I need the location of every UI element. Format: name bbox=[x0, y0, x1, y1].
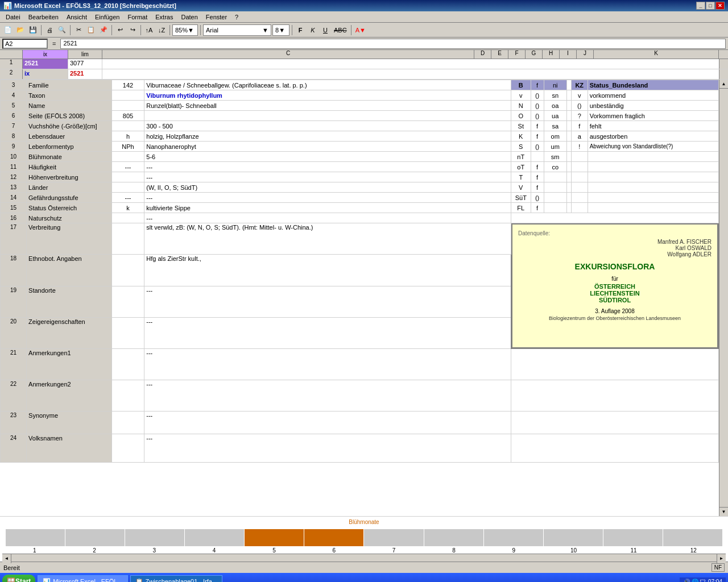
cell-b-fl[interactable]: FL bbox=[511, 203, 531, 213]
cell-familie-label[interactable]: Familie bbox=[27, 80, 112, 90]
cell-anm2-code[interactable] bbox=[111, 380, 144, 411]
menu-einfuegen[interactable]: Einfügen bbox=[92, 13, 123, 22]
cell-vuchs-value[interactable]: 300 - 500 bbox=[144, 121, 511, 131]
cell-hauf-code[interactable]: --- bbox=[111, 162, 144, 172]
menu-format[interactable]: Format bbox=[124, 13, 151, 22]
scroll-down-button[interactable]: ▼ bbox=[719, 507, 728, 516]
vertical-scrollbar[interactable]: ▲ ▼ bbox=[719, 80, 728, 516]
copy-button[interactable]: 📋 bbox=[85, 24, 97, 36]
cell-syn-value[interactable]: --- bbox=[144, 411, 511, 434]
menu-daten[interactable]: Daten bbox=[177, 13, 201, 22]
col-d-header[interactable]: D bbox=[474, 50, 491, 59]
scroll-right-button[interactable]: ► bbox=[717, 554, 726, 563]
cell-taxon-value[interactable]: Viburnum rhytidophyllum bbox=[144, 90, 511, 101]
cell-leben-code[interactable]: h bbox=[111, 131, 144, 142]
cell-vuchs-label[interactable]: Vuchshöhe (-Größe)[cm] bbox=[27, 121, 112, 131]
cell-ethno-label[interactable]: Ethnobot. Angaben bbox=[27, 255, 112, 286]
cell-b-v[interactable]: v bbox=[511, 90, 531, 101]
cell-f-v[interactable]: () bbox=[531, 90, 544, 101]
cell-hohen-code[interactable] bbox=[111, 172, 144, 182]
cell-f-ot[interactable]: f bbox=[531, 162, 544, 172]
menu-fenster[interactable]: Fenster bbox=[202, 13, 230, 22]
paste-button[interactable]: 📌 bbox=[98, 24, 109, 36]
cell-f-t[interactable]: f bbox=[531, 172, 544, 182]
cell-leben-value[interactable]: holzig, Holzpflanze bbox=[144, 131, 511, 142]
cell-ethno-code[interactable] bbox=[111, 255, 144, 286]
cell-vuchs-code[interactable] bbox=[111, 121, 144, 131]
cell-lebenf-label[interactable]: Lebenformentyp bbox=[27, 142, 112, 152]
cell-name-value[interactable]: Runzel(blatt)- Schneeball bbox=[144, 101, 511, 111]
cell-b-ot[interactable]: oT bbox=[511, 162, 531, 172]
menu-ansicht[interactable]: Ansicht bbox=[63, 13, 90, 22]
maximize-button[interactable]: □ bbox=[706, 2, 715, 10]
cell-f-st[interactable]: f bbox=[531, 121, 544, 131]
cell-status-o[interactable]: Vorkommen fraglich bbox=[588, 111, 718, 121]
cell-f-n[interactable]: () bbox=[531, 101, 544, 111]
cell-f-k[interactable]: f bbox=[531, 131, 544, 142]
redo-button[interactable]: ↪ bbox=[127, 24, 138, 36]
col-k-header[interactable]: K bbox=[594, 50, 719, 59]
cell-status-k[interactable]: ausgestorben bbox=[588, 131, 718, 142]
col-a-header[interactable]: ix bbox=[23, 50, 68, 59]
open-button[interactable]: 📂 bbox=[15, 24, 26, 36]
cell-b-sut[interactable]: SüT bbox=[511, 193, 531, 203]
sort-asc-button[interactable]: ↑A bbox=[143, 24, 155, 36]
taskbar-clipboard[interactable]: 📋 Zwischenablage01 - Irfa... bbox=[130, 575, 223, 582]
cell-volk-value[interactable]: --- bbox=[144, 434, 511, 463]
cell-b-o[interactable]: O bbox=[511, 111, 531, 121]
cell-lebenf-value[interactable]: Nanophanerophyt bbox=[144, 142, 511, 152]
col-g-header[interactable]: G bbox=[526, 50, 543, 59]
close-button[interactable]: ✕ bbox=[715, 2, 725, 10]
cell-name-code[interactable] bbox=[111, 101, 144, 111]
cell-verbr-code[interactable] bbox=[111, 223, 144, 255]
cell-hauf-label[interactable]: Häufigkeit bbox=[27, 162, 112, 172]
print-preview-button[interactable]: 🔍 bbox=[56, 24, 68, 36]
cell-f-fl[interactable]: f bbox=[531, 203, 544, 213]
cell-f-o[interactable]: () bbox=[531, 111, 544, 121]
strikethrough-button[interactable]: ABC bbox=[332, 24, 349, 36]
cell-b-t[interactable]: T bbox=[511, 172, 531, 182]
cell-hauf-value[interactable]: --- bbox=[144, 162, 511, 172]
cell-a1-selected[interactable]: 2521 bbox=[23, 59, 68, 69]
underline-button[interactable]: U bbox=[320, 24, 331, 36]
cell-ni-n[interactable]: oa bbox=[544, 101, 566, 111]
cell-ni-s[interactable]: um bbox=[544, 142, 566, 152]
cell-status-header[interactable]: Status_Bundesland bbox=[588, 80, 718, 90]
cell-b-st[interactable]: St bbox=[511, 121, 531, 131]
cell-ni-ot[interactable]: co bbox=[544, 162, 566, 172]
cell-anm2-label[interactable]: Anmerkungen2 bbox=[27, 380, 112, 411]
cell-seite-code[interactable]: 805 bbox=[111, 111, 144, 121]
cell-f-v2[interactable]: f bbox=[531, 182, 544, 193]
col-e-header[interactable]: E bbox=[491, 50, 508, 59]
scrollbar-v[interactable] bbox=[719, 59, 728, 69]
cell-taxon-code[interactable] bbox=[111, 90, 144, 101]
cell-ni-fl[interactable] bbox=[544, 203, 566, 213]
cell-statusat-code[interactable]: k bbox=[111, 203, 144, 213]
cell-anm1-code[interactable] bbox=[111, 349, 144, 380]
cell-anm2-value[interactable]: --- bbox=[144, 380, 511, 411]
name-box[interactable]: A2 bbox=[2, 39, 48, 49]
print-button[interactable]: 🖨 bbox=[44, 24, 55, 36]
cell-ni-k[interactable]: om bbox=[544, 131, 566, 142]
formula-input[interactable]: 2521 bbox=[60, 39, 726, 49]
cell-kz-s[interactable]: ! bbox=[571, 142, 588, 152]
cell-syn-label[interactable]: Synonyme bbox=[27, 411, 112, 434]
cell-seite-label[interactable]: Seite (EFÖLS 2008) bbox=[27, 111, 112, 121]
col-j-header[interactable]: J bbox=[577, 50, 594, 59]
cell-lander-value[interactable]: (W, II, O, S; SüdT) bbox=[144, 182, 511, 193]
cell-status-n[interactable]: unbeständig bbox=[588, 101, 718, 111]
cell-ni-header[interactable]: ni bbox=[544, 80, 566, 90]
cell-kz-v[interactable]: v bbox=[571, 90, 588, 101]
cell-lander-code[interactable] bbox=[111, 182, 144, 193]
cell-gefahr-code[interactable]: --- bbox=[111, 193, 144, 203]
save-button[interactable]: 💾 bbox=[27, 24, 39, 36]
cell-bluh-value[interactable]: 5-6 bbox=[144, 152, 511, 162]
cell-f-nt[interactable] bbox=[531, 152, 544, 162]
col-c-header[interactable]: C bbox=[102, 50, 474, 59]
cell-b-nt[interactable]: nT bbox=[511, 152, 531, 162]
font-selector[interactable]: Arial ▼ bbox=[203, 24, 271, 36]
new-button[interactable]: 📄 bbox=[2, 24, 14, 36]
cell-status-st[interactable]: fehlt bbox=[588, 121, 718, 131]
cell-natur-code[interactable] bbox=[111, 213, 144, 223]
cell-anm1-label[interactable]: Anmerkungen1 bbox=[27, 349, 112, 380]
